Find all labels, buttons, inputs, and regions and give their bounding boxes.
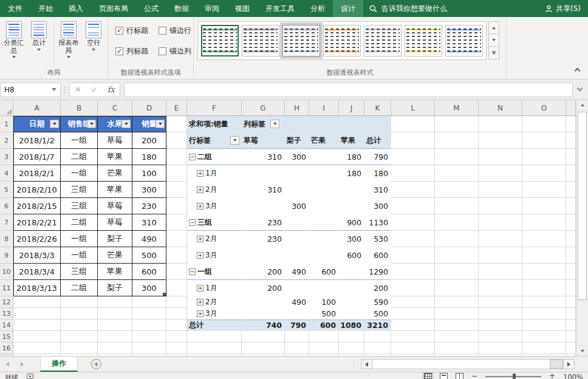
cell-P11[interactable]: [566, 280, 576, 296]
cell-O15[interactable]: [522, 331, 566, 343]
cell-H12[interactable]: 490: [285, 296, 309, 308]
cell-F10[interactable]: −一组: [187, 264, 242, 280]
filter-button-销量[interactable]: [156, 120, 165, 128]
column-header-L[interactable]: L: [391, 100, 435, 116]
cell-I9[interactable]: [309, 247, 339, 264]
column-header-K[interactable]: K: [364, 100, 391, 116]
cell-E14[interactable]: [166, 319, 187, 331]
cell-F9[interactable]: +3月: [187, 247, 242, 264]
column-header-H[interactable]: H: [285, 100, 309, 116]
cell-E5[interactable]: [166, 182, 187, 198]
cell-P9[interactable]: [566, 247, 576, 264]
cell-N10[interactable]: [479, 264, 522, 280]
expand-formula-bar-icon[interactable]: [577, 86, 583, 92]
cell-O9[interactable]: [522, 247, 566, 264]
expand-button[interactable]: +: [197, 186, 203, 193]
cell-B15[interactable]: [61, 331, 98, 343]
column-header-E[interactable]: E: [166, 100, 187, 116]
horizontal-scroll-thumb[interactable]: [550, 360, 563, 369]
checkbox-镶边列[interactable]: 镶边列: [159, 46, 193, 56]
filter-button-水果[interactable]: [121, 120, 131, 128]
cell-H14[interactable]: 790: [285, 319, 309, 331]
cell-D2[interactable]: 200: [132, 132, 166, 149]
cell-P6[interactable]: [566, 198, 576, 214]
row-header-2[interactable]: 2: [0, 132, 13, 149]
cell-K12[interactable]: 590: [364, 296, 391, 308]
cell-C16[interactable]: [98, 343, 132, 354]
cell-D8[interactable]: 490: [132, 231, 166, 247]
cell-F15[interactable]: [187, 331, 242, 343]
cell-N8[interactable]: [479, 231, 522, 247]
cell-M11[interactable]: [435, 280, 479, 296]
cell-C15[interactable]: [98, 331, 132, 343]
row-header-4[interactable]: 4: [0, 165, 13, 182]
cell-A9[interactable]: 2018/3/3: [13, 247, 61, 264]
scroll-right-button[interactable]: [563, 359, 575, 369]
cell-B7[interactable]: 二组: [61, 214, 98, 231]
cell-D10[interactable]: 600: [132, 264, 166, 280]
cell-P8[interactable]: [566, 231, 576, 247]
cell-G6[interactable]: [242, 198, 285, 214]
cell-F2[interactable]: 行标签: [187, 132, 242, 149]
cell-F6[interactable]: +3月: [187, 198, 242, 214]
row-header-1[interactable]: 1: [0, 116, 13, 132]
cell-L9[interactable]: [391, 247, 435, 264]
gallery-scroll-up-button[interactable]: [488, 21, 499, 34]
page-break-view-button[interactable]: [456, 373, 463, 379]
prev-sheet-button[interactable]: [0, 357, 15, 372]
cell-M13[interactable]: [435, 308, 479, 319]
cell-N9[interactable]: [479, 247, 522, 264]
cell-C13[interactable]: [98, 308, 132, 319]
cell-N6[interactable]: [479, 198, 522, 214]
collapse-ribbon-icon[interactable]: [575, 68, 581, 74]
gallery-scroll-down-button[interactable]: [488, 34, 499, 47]
cell-K10[interactable]: 1290: [364, 264, 391, 280]
cell-G4[interactable]: [242, 165, 285, 182]
cell-N15[interactable]: [479, 331, 522, 343]
cell-O13[interactable]: [522, 308, 566, 319]
cell-J8[interactable]: 300: [339, 231, 364, 247]
cell-J7[interactable]: 900: [339, 214, 364, 231]
expand-button[interactable]: +: [197, 236, 203, 242]
cell-O11[interactable]: [522, 280, 566, 296]
cell-E3[interactable]: [166, 149, 187, 165]
add-sheet-button[interactable]: +: [91, 359, 101, 369]
cell-N14[interactable]: [479, 319, 522, 331]
cell-K1[interactable]: [364, 116, 391, 132]
cell-J3[interactable]: 180: [339, 149, 364, 165]
cell-F16[interactable]: [187, 343, 242, 354]
cell-G12[interactable]: [242, 296, 285, 308]
cell-K11[interactable]: 200: [364, 280, 391, 296]
cell-F5[interactable]: +2月: [187, 182, 242, 198]
cell-O4[interactable]: [522, 165, 566, 182]
cell-M15[interactable]: [435, 331, 479, 343]
cell-C14[interactable]: [98, 319, 132, 331]
cell-P15[interactable]: [566, 331, 576, 343]
cell-F13[interactable]: +3月: [187, 308, 242, 319]
cell-B8[interactable]: 一组: [61, 231, 98, 247]
cell-G15[interactable]: [242, 331, 285, 343]
cell-N7[interactable]: [479, 214, 522, 231]
collapse-button[interactable]: −: [189, 154, 196, 160]
cell-O5[interactable]: [522, 182, 566, 198]
cell-G7[interactable]: 230: [242, 214, 285, 231]
cell-J11[interactable]: [339, 280, 364, 296]
expand-button[interactable]: +: [197, 310, 203, 317]
next-sheet-button[interactable]: [15, 357, 29, 372]
cell-E7[interactable]: [166, 214, 187, 231]
cell-I10[interactable]: 600: [309, 264, 339, 280]
cell-O3[interactable]: [522, 149, 566, 165]
scroll-up-button[interactable]: [576, 100, 588, 111]
cell-G1[interactable]: 列标签: [242, 116, 285, 132]
cell-I15[interactable]: [309, 331, 339, 343]
row-header-3[interactable]: 3: [0, 149, 13, 165]
pivot-style-yellow[interactable]: [405, 25, 442, 56]
column-header-O[interactable]: O: [522, 100, 566, 116]
row-labels-filter-button[interactable]: [230, 136, 239, 145]
cell-M5[interactable]: [435, 182, 479, 198]
cell-K3[interactable]: 790: [364, 149, 391, 165]
cell-H7[interactable]: [285, 214, 309, 231]
cell-C8[interactable]: 梨子: [98, 231, 132, 247]
scroll-left-button[interactable]: [361, 359, 372, 369]
cell-J10[interactable]: [339, 264, 364, 280]
